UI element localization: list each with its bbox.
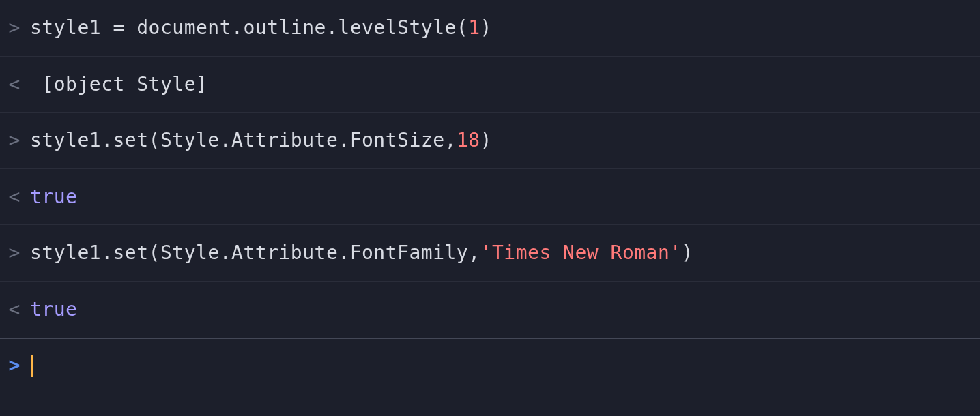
console-input-row: > style1.set(Style.Attribute.FontSize,18… xyxy=(0,113,980,169)
console-output-row: < true xyxy=(0,282,980,338)
console: > style1 = document.outline.levelStyle(1… xyxy=(0,0,980,392)
code-token: ) xyxy=(480,16,492,39)
code-token: true xyxy=(30,298,77,321)
text-cursor-icon xyxy=(31,355,33,377)
console-input-code: style1 = document.outline.levelStyle(1) xyxy=(30,16,492,40)
code-token: style1 = document.outline.levelStyle( xyxy=(30,16,468,39)
console-input-code: style1.set(Style.Attribute.FontFamily,'T… xyxy=(30,241,693,265)
console-output-code: [object Style] xyxy=(30,73,207,96)
code-token: ) xyxy=(480,129,492,151)
console-output-code: true xyxy=(30,298,77,321)
console-input-row: > style1.set(Style.Attribute.FontFamily,… xyxy=(0,225,980,282)
code-token: [object Style] xyxy=(30,73,207,95)
code-token: ) xyxy=(682,241,693,264)
console-prompt-row[interactable]: > xyxy=(0,338,980,392)
console-output-code: true xyxy=(30,185,77,209)
code-token: true xyxy=(30,185,77,208)
prompt-marker-icon: > xyxy=(8,354,20,377)
code-token: style1.set(Style.Attribute.FontFamily, xyxy=(30,241,480,264)
output-marker-icon: < xyxy=(8,298,20,321)
code-token: 18 xyxy=(457,129,480,151)
input-marker-icon: > xyxy=(8,241,20,265)
console-output-row: < true xyxy=(0,169,980,226)
output-marker-icon: < xyxy=(8,185,20,209)
output-marker-icon: < xyxy=(8,73,20,96)
code-token: 1 xyxy=(468,16,480,39)
input-marker-icon: > xyxy=(8,16,20,40)
console-input-row: > style1 = document.outline.levelStyle(1… xyxy=(0,0,980,57)
code-token: 'Times New Roman' xyxy=(480,241,682,264)
console-input-code: style1.set(Style.Attribute.FontSize,18) xyxy=(30,129,492,152)
input-marker-icon: > xyxy=(8,129,20,152)
console-output-row: < [object Style] xyxy=(0,57,980,113)
console-prompt-input[interactable] xyxy=(30,354,33,377)
code-token: style1.set(Style.Attribute.FontSize, xyxy=(30,129,457,151)
